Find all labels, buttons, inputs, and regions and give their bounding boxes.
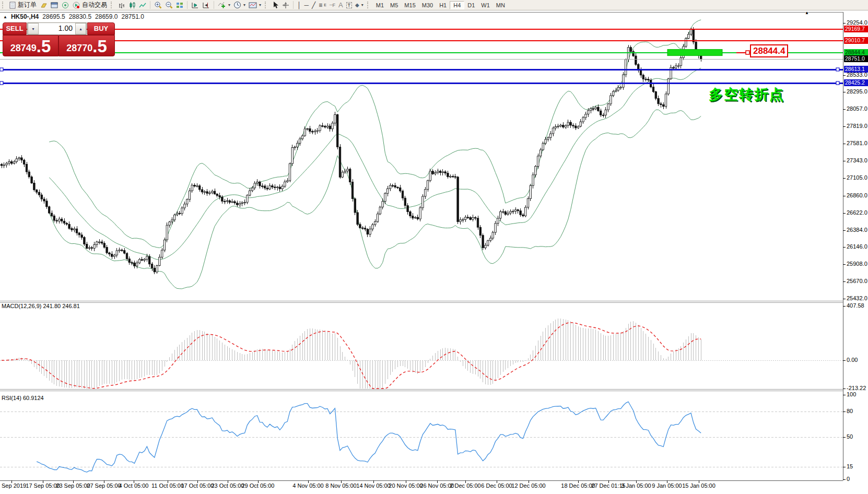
toolbar-grip[interactable] — [111, 2, 115, 8]
auto-scroll-icon — [191, 2, 199, 9]
hline-tool[interactable]: ─ — [303, 1, 311, 9]
candlestick-icon — [128, 2, 136, 9]
templates-button[interactable]: ▾ — [247, 1, 263, 9]
volume-decrease-button[interactable]: ▾ — [28, 23, 39, 34]
toolbar-grip[interactable] — [265, 2, 269, 8]
scroll-marker-icon: ▲ — [805, 10, 809, 15]
close-value: 28751.0 — [121, 13, 144, 20]
price-callout-box: 28844.4 — [750, 44, 788, 57]
fibonacci-tool[interactable]: ≡E — [317, 1, 328, 9]
label-icon: T — [346, 2, 353, 8]
eraser-button[interactable] — [38, 1, 49, 9]
buy-price-int: 28770 — [66, 41, 92, 55]
sell-price-button[interactable]: 28749 .5 — [3, 35, 58, 56]
text-tool[interactable]: A — [337, 1, 345, 9]
new-order-icon — [9, 2, 16, 9]
chart-shift-icon — [202, 2, 210, 9]
cn-annotation-text: 多空转折点 — [709, 85, 784, 104]
crosshair-icon — [282, 2, 289, 9]
buy-price-button[interactable]: 28770 .5 — [58, 35, 115, 56]
eraser-icon — [40, 2, 48, 9]
volume-stepper: ▾ 1.00 ▴ — [27, 22, 87, 35]
tf-m30[interactable]: M30 — [419, 1, 436, 9]
chart-shift-button[interactable] — [201, 1, 212, 9]
volume-value[interactable]: 1.00 — [39, 23, 75, 34]
toolbar: 新订单 自动交易 — [0, 0, 868, 10]
one-click-trading-panel: SELL ▾ 1.00 ▴ BUY 28749 .5 28770 .5 — [3, 22, 114, 54]
crosshair-tool[interactable] — [280, 1, 291, 9]
arrows-tool[interactable]: ◆ ▾ — [354, 1, 365, 9]
clock-icon — [233, 1, 241, 9]
indicators-icon — [218, 1, 226, 9]
macd-label: MACD(12,26,9) 241.80 246.81 — [2, 303, 80, 309]
tf-w1[interactable]: W1 — [478, 1, 493, 9]
autotrade-button[interactable]: 自动交易 — [71, 1, 109, 9]
chart-window-icon — [51, 2, 58, 9]
buy-price-dec: .5 — [92, 38, 107, 55]
zoom-out-button[interactable] — [163, 1, 174, 9]
new-order-label: 新订单 — [18, 1, 37, 9]
auto-scroll-button[interactable] — [190, 1, 201, 9]
new-order-button[interactable]: 新订单 — [8, 1, 38, 9]
chart-window-button[interactable] — [49, 1, 60, 9]
tile-windows-icon — [176, 2, 183, 9]
tf-m5[interactable]: M5 — [387, 1, 401, 9]
mt4-window: 新订单 自动交易 — [0, 0, 868, 494]
cycles-icon: ┄F — [330, 2, 335, 8]
periods-caret-icon[interactable]: ▾ — [243, 3, 245, 7]
cursor-tool[interactable] — [271, 1, 280, 9]
toolbar-grip[interactable] — [367, 2, 371, 8]
zoom-in-button[interactable] — [153, 1, 163, 9]
cursor-icon — [272, 1, 279, 9]
signals-button[interactable] — [60, 1, 71, 9]
tf-h1[interactable]: H1 — [436, 1, 450, 9]
arrows-caret-icon[interactable]: ▾ — [361, 3, 363, 7]
volume-increase-button[interactable]: ▴ — [75, 23, 86, 34]
fibonacci-icon: ≡ — [319, 2, 322, 8]
ohlc-info-line: ▲ HK50-,H4 28695.5 28830.5 28659.0 28751… — [3, 13, 144, 20]
sell-button[interactable]: SELL — [3, 22, 27, 35]
tile-windows-button[interactable] — [174, 1, 185, 9]
tf-d1[interactable]: D1 — [464, 1, 478, 9]
hline-icon: ─ — [304, 2, 309, 8]
trendline-icon: ╱ — [312, 2, 315, 8]
indicators-caret-icon[interactable]: ▾ — [228, 3, 230, 7]
buy-button[interactable]: BUY — [87, 22, 115, 35]
chart-canvas[interactable] — [0, 0, 868, 494]
periods-button[interactable]: ▾ — [232, 1, 247, 9]
linechart-icon — [139, 2, 146, 9]
open-value: 28695.5 — [42, 13, 65, 20]
high-value: 28830.5 — [69, 13, 91, 20]
shapes-icon: ◆ — [355, 2, 359, 8]
templates-icon — [249, 2, 257, 9]
tf-m1[interactable]: M1 — [373, 1, 387, 9]
rsi-label: RSI(14) 60.9124 — [2, 395, 44, 401]
sell-price-dec: .5 — [37, 38, 51, 55]
candlestick-mode-button[interactable] — [127, 1, 137, 9]
sell-price-int: 28749 — [10, 41, 37, 55]
trendline-tool[interactable]: ╱ — [310, 1, 317, 9]
indicators-button[interactable]: ▾ — [216, 1, 232, 9]
vline-icon: │ — [297, 2, 301, 8]
linechart-mode-button[interactable] — [137, 1, 148, 9]
cycles-tool[interactable]: ┄F — [328, 1, 337, 9]
zoom-out-icon — [165, 1, 173, 9]
barchart-icon — [118, 2, 125, 9]
vline-tool[interactable]: │ — [296, 1, 303, 9]
tf-h4[interactable]: H4 — [450, 1, 464, 9]
label-tool[interactable]: T — [345, 1, 354, 9]
zoom-in-icon — [154, 1, 162, 9]
panel-expander-icon[interactable]: ▲ — [3, 15, 7, 19]
tf-mn[interactable]: MN — [493, 1, 508, 9]
symbol-period: HK50-,H4 — [11, 13, 39, 20]
text-icon: A — [338, 2, 343, 8]
templates-caret-icon[interactable]: ▾ — [259, 3, 261, 7]
tf-m15[interactable]: M15 — [401, 1, 418, 9]
toolbar-grip[interactable] — [2, 2, 6, 8]
barchart-mode-button[interactable] — [116, 1, 127, 9]
signal-icon — [62, 2, 69, 9]
autotrade-label: 自动交易 — [82, 1, 107, 9]
low-value: 28659.0 — [95, 13, 118, 20]
autotrade-icon — [73, 2, 80, 9]
